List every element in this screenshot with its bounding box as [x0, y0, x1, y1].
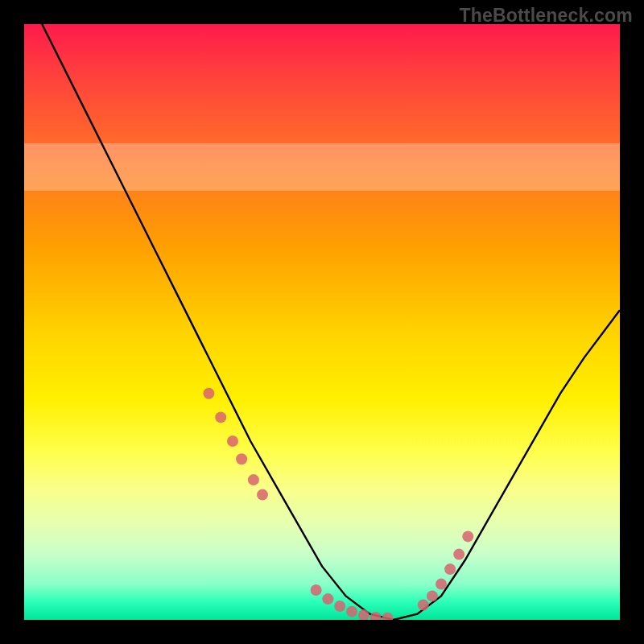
- marker-dot: [215, 411, 226, 423]
- plot-area: [24, 24, 620, 620]
- marker-dot: [227, 436, 238, 447]
- marker-dot: [257, 489, 268, 501]
- marker-dot: [358, 609, 369, 620]
- marker-dot: [346, 606, 357, 617]
- marker-dot: [427, 590, 438, 601]
- curve-layer: [24, 24, 620, 620]
- marker-dot: [382, 613, 393, 620]
- marker-dot: [436, 579, 447, 590]
- marker-dot: [322, 593, 333, 605]
- marker-dot: [370, 612, 382, 620]
- marker-dot: [444, 564, 456, 575]
- chart-frame: TheBottleneck.com: [0, 0, 644, 644]
- watermark-text: TheBottleneck.com: [459, 5, 633, 27]
- marker-dot: [418, 600, 429, 611]
- marker-dot: [334, 601, 345, 612]
- marker-dot: [453, 549, 464, 560]
- marker-dot: [248, 474, 259, 485]
- marker-dot: [311, 584, 322, 596]
- marker-dot: [203, 388, 214, 399]
- marker-dot: [236, 453, 247, 464]
- bottleneck-curve: [42, 24, 620, 620]
- highlight-markers: [203, 388, 473, 620]
- marker-dot: [462, 530, 473, 542]
